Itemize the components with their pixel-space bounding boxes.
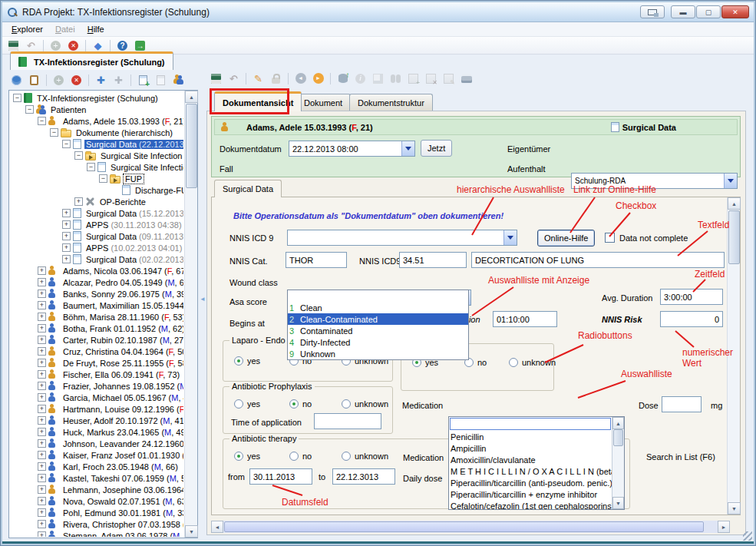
from-date-field[interactable]: 30.11.2013	[249, 468, 312, 485]
scroll-down-arrow[interactable]: ▼	[612, 497, 624, 509]
lock-button[interactable]	[268, 71, 284, 86]
globe-button[interactable]	[8, 72, 25, 88]
nnis-cat-field[interactable]: THOR	[286, 252, 347, 268]
list-scrollbar[interactable]: ▲ ▼	[612, 417, 624, 509]
radio-unknown[interactable]: unknown	[509, 358, 556, 367]
scroll-down-arrow[interactable]: ▼	[728, 502, 741, 515]
medication-option[interactable]: M E T H I C I L L I N / O X A C I L L I …	[449, 465, 612, 477]
minimize-button[interactable]: ▬	[671, 5, 695, 18]
tree-row[interactable]: + Surgical Data (09.11.2013 05	[10, 230, 183, 242]
tree-add-button[interactable]: +	[51, 72, 67, 88]
tree-expander-icon[interactable]: +	[38, 531, 46, 537]
tree-row[interactable]: + Adams, Nicola 03.06.1947 (F, 67)	[10, 265, 183, 276]
menu-item-explorer[interactable]: Explorer	[5, 23, 49, 35]
dokumentdatum-combo[interactable]: 22.12.2013 08:00	[289, 141, 415, 157]
delete-button[interactable]: ✕	[65, 38, 81, 53]
tree-row[interactable]: + Frazier, Johannes 19.08.1952 (M, 6	[10, 380, 183, 392]
radio-button-icon[interactable]	[342, 452, 351, 461]
tree-row[interactable]: − FUP	[10, 173, 183, 184]
tree-expander-icon[interactable]: +	[38, 485, 46, 494]
tree-expander-icon[interactable]: +	[38, 370, 46, 379]
tree-expander-icon[interactable]: −	[50, 128, 58, 137]
tree-row[interactable]: + Nova, Oswald 02.07.1951 (M, 63)	[10, 495, 183, 507]
back-button[interactable]: ◄	[292, 71, 309, 86]
tree-row[interactable]: + Cruz, Christina 04.04.1964 (F, 50)	[10, 346, 183, 357]
menu-item-hilfe[interactable]: Hilfe	[81, 23, 111, 35]
dropdown-arrow-icon[interactable]	[503, 230, 517, 245]
scroll-right-arrow[interactable]: ►	[718, 521, 730, 533]
tree-expander-icon[interactable]: +	[38, 462, 46, 471]
tree-row[interactable]: + Banks, Sonny 29.06.1975 (M, 39)	[10, 288, 183, 299]
tree-row[interactable]: + Fischer, Ella 06.09.1941 (F, 73)	[10, 369, 183, 380]
maximize-button[interactable]: ▢	[696, 5, 721, 18]
tree-row[interactable]: + Garcia, Michael 05.05.1967 (M, 47)	[10, 392, 183, 403]
panel-splitter[interactable]: ◄	[200, 90, 205, 538]
tree-expander-icon[interactable]: −	[62, 140, 71, 148]
tree-row[interactable]: + Baumert, Maximilian 15.05.1944 (M	[10, 299, 183, 311]
radio-button-icon[interactable]	[234, 356, 243, 366]
tree-expander-icon[interactable]: +	[38, 416, 46, 425]
radio-unknown[interactable]: unknown	[342, 452, 388, 461]
tree-expander-icon[interactable]: +	[62, 232, 71, 240]
collapse-all-button[interactable]: ✚	[111, 72, 127, 88]
upload-db-button[interactable]	[335, 71, 351, 86]
online-hilfe-button[interactable]: Online-Hilfe	[537, 230, 595, 247]
tree-delete-button[interactable]: ✕	[68, 72, 84, 88]
tree-row[interactable]: + Alcazar, Pedro 04.05.1949 (M, 65)	[10, 276, 183, 288]
medication-option[interactable]: Piperacillin/ticarcillin (anti-pseudom. …	[449, 477, 612, 488]
tree-row[interactable]: − Surgical Data (22.12.2013 08	[10, 138, 183, 150]
dose-field[interactable]	[662, 396, 702, 412]
dropdown-arrow-icon[interactable]	[724, 174, 737, 188]
medication-option[interactable]: Ampicillin	[449, 442, 612, 454]
tree-row[interactable]: + Stemann, Adam 03.06.1978 (M, 3	[10, 530, 183, 537]
refresh-button[interactable]: ◆	[90, 38, 106, 53]
tree-row[interactable]: + Pohl, Edmund 30.01.1981 (M, 33)	[10, 507, 183, 518]
radio-yes[interactable]: yes	[234, 356, 260, 366]
tree-row[interactable]: − Adams, Adele 15.03.1993 (F, 21)	[10, 115, 183, 127]
medication-option[interactable]: Amoxicillin/clavulanate	[449, 454, 612, 465]
procedure-text-field[interactable]: DECORTICATION OF LUNG	[471, 252, 725, 268]
tree-expander-icon[interactable]: +	[38, 359, 46, 367]
table-edit-button[interactable]	[441, 71, 457, 86]
tree-expander-icon[interactable]: +	[62, 209, 71, 217]
info-button[interactable]: i	[352, 71, 368, 86]
expand-all-button[interactable]: ✚	[93, 72, 109, 88]
paste-button[interactable]	[26, 72, 42, 88]
tree-expander-icon[interactable]: −	[74, 151, 83, 160]
tree-expander-icon[interactable]: −	[87, 163, 95, 171]
project-tab[interactable]: TX-Infektionsregister (Schulung)	[10, 51, 173, 70]
dropdown-arrow-icon[interactable]	[401, 141, 414, 156]
window-resize-grip[interactable]	[743, 531, 752, 541]
medication-option-empty[interactable]	[450, 418, 611, 430]
print-button[interactable]	[458, 71, 474, 86]
tab-dokumentstruktur[interactable]: Dokumentstruktur	[349, 94, 433, 111]
tree-row[interactable]: + Heuser, Adolf 20.10.1972 (M, 41)	[10, 415, 183, 426]
radio-button-icon[interactable]	[342, 399, 351, 409]
scroll-thumb[interactable]	[224, 521, 704, 532]
tree-row[interactable]: + Karl, Froch 23.05.1948 (M, 66)	[10, 461, 183, 472]
tree-row[interactable]: + Surgical Data (15.12.2013 05	[10, 207, 183, 219]
add-patients-button[interactable]	[170, 72, 187, 88]
tree-expander-icon[interactable]: +	[38, 451, 46, 459]
data-not-complete-checkbox[interactable]	[605, 233, 615, 243]
tree-row[interactable]: − TX-Infektionsregister (Schulung)	[10, 92, 183, 104]
tree-row[interactable]: + OP-Berichte	[10, 196, 183, 207]
tree-row[interactable]: Discharge-FUP (12	[10, 184, 183, 196]
tree-expander-icon[interactable]: +	[38, 428, 46, 436]
tree-vertical-scrollbar[interactable]: ▲ ▼	[184, 91, 197, 538]
radio-button-icon[interactable]	[509, 358, 518, 367]
tree-row[interactable]: + Surgical Data (02.02.2013 08	[10, 253, 183, 265]
tree-expander-icon[interactable]: +	[38, 336, 46, 344]
nnis-risk-field[interactable]: 0	[660, 311, 723, 327]
scroll-thumb[interactable]	[613, 429, 623, 446]
tree-expander-icon[interactable]: +	[62, 220, 71, 229]
tree-expander-icon[interactable]: +	[38, 474, 46, 482]
to-date-field[interactable]: 22.12.3013	[332, 468, 395, 485]
tab-dokument[interactable]: Dokument	[295, 94, 351, 111]
tree-expander-icon[interactable]: +	[38, 313, 46, 321]
forward-button[interactable]: ►	[310, 71, 326, 86]
tree-expander-icon[interactable]: +	[38, 324, 46, 333]
tree-expander-icon[interactable]: +	[38, 266, 46, 275]
tree-row[interactable]: + Kastel, Takeshi 07.06.1959 (M, 55)	[10, 472, 183, 484]
radio-button-icon[interactable]	[234, 399, 243, 409]
